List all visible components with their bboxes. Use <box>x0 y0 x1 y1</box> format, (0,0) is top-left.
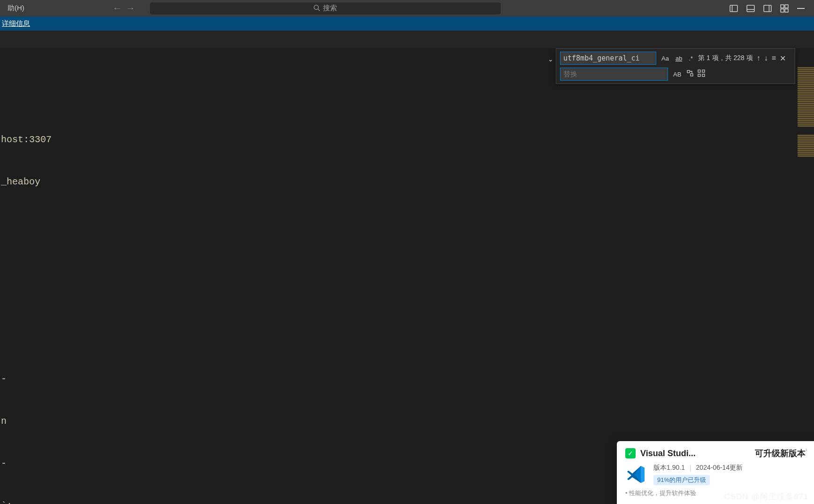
svg-rect-2 <box>730 5 737 12</box>
notification-headline: 可升级新版本 <box>755 448 806 459</box>
code-content[interactable]: host:3307 _heaboy - n - `; UTO_INCREMENT… <box>0 48 798 504</box>
notification-more-icon[interactable]: ⋯ <box>788 446 795 454</box>
details-link[interactable]: 详细信息 <box>2 19 30 28</box>
nav-back-icon[interactable]: ← <box>113 3 122 14</box>
notification-date: 2024-06-14更新 <box>696 464 743 472</box>
update-notification: ⋯ › ✓ Visual Studi... 可升级新版本 版本1.90.1 | … <box>617 441 814 504</box>
toggle-primary-sidebar-icon[interactable] <box>730 4 738 13</box>
divider: | <box>690 464 691 472</box>
notification-badge-icon: ✓ <box>625 448 636 458</box>
svg-rect-9 <box>785 5 788 8</box>
minimap[interactable] <box>798 48 814 504</box>
toggle-panel-icon[interactable] <box>746 4 755 13</box>
code-line: host:3307 <box>0 133 798 147</box>
vscode-logo-icon <box>625 464 647 485</box>
notification-title: Visual Studi... <box>640 449 696 458</box>
notification-version: 版本1.90.1 <box>653 464 685 472</box>
code-line: - <box>0 372 798 386</box>
editor-area: ⌄ Aa ab .* 第 1 项，共 228 项 ↑ ↓ ≡ ✕ AB host… <box>0 48 814 504</box>
upgrade-percentage-badge: 91%的用户已升级 <box>653 475 710 485</box>
svg-rect-4 <box>747 5 754 12</box>
layout-controls <box>730 4 805 13</box>
notification-footer: • 性能优化，提升软件体验 <box>625 489 806 497</box>
svg-rect-10 <box>781 9 784 12</box>
code-line: _heaboy <box>0 175 798 189</box>
toggle-secondary-sidebar-icon[interactable] <box>763 4 772 13</box>
notification-close-icon[interactable]: › <box>805 446 807 453</box>
menu-help[interactable]: 助(H) <box>4 2 28 15</box>
nav-forward-icon[interactable]: → <box>126 3 135 14</box>
svg-rect-11 <box>785 9 788 12</box>
minimize-icon[interactable] <box>797 4 805 13</box>
svg-line-1 <box>318 9 320 11</box>
notification-banner: 详细信息 <box>0 16 814 31</box>
title-bar: 助(H) ← → 搜索 <box>0 0 814 16</box>
svg-rect-8 <box>781 5 784 8</box>
search-icon <box>313 4 320 13</box>
svg-rect-6 <box>764 5 771 12</box>
code-line: n <box>0 414 798 428</box>
command-center-search[interactable]: 搜索 <box>149 2 501 15</box>
nav-arrows: ← → <box>113 3 135 14</box>
customize-layout-icon[interactable] <box>780 4 789 13</box>
editor-tab-strip <box>0 31 814 48</box>
svg-point-0 <box>314 5 318 9</box>
search-placeholder: 搜索 <box>323 4 337 13</box>
